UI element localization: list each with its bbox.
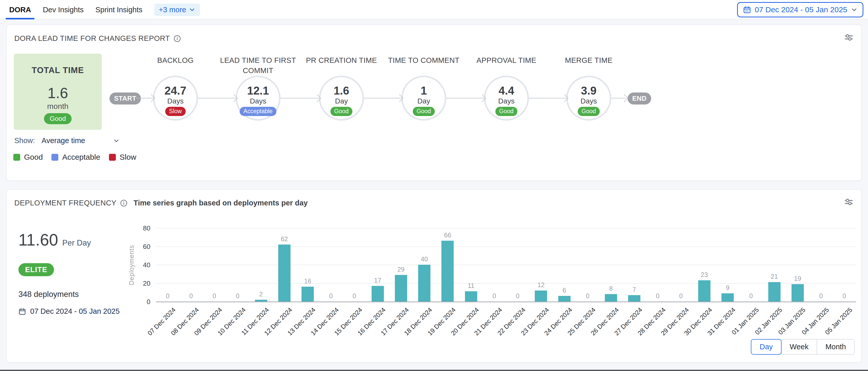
bar	[558, 296, 570, 302]
stage-circle-approval-time: 4.4DaysGood	[484, 76, 529, 121]
stage-status-badge: Good	[413, 107, 435, 116]
bar-value-label: 0	[646, 292, 670, 300]
panel-settings-button[interactable]	[844, 33, 854, 43]
y-tick-label: 20	[127, 279, 150, 288]
gridline	[156, 246, 856, 247]
stage-unit: Days	[486, 97, 527, 105]
chevron-down-icon	[851, 6, 858, 13]
bar	[535, 291, 547, 302]
total-time-card: TOTAL TIME 1.6 month Good	[14, 54, 102, 130]
bar-value-label: 23	[692, 271, 716, 278]
bar-value-label: 21	[763, 273, 786, 280]
calendar-icon	[743, 6, 751, 14]
chevron-down-icon	[113, 138, 119, 144]
granularity-day-button[interactable]: Day	[751, 339, 781, 355]
tab-sprint-insights[interactable]: Sprint Insights	[95, 0, 143, 20]
flow-arrow	[529, 98, 566, 98]
stage-status-badge: Good	[331, 107, 352, 116]
granularity-week-button[interactable]: Week	[781, 339, 817, 355]
more-tabs-label: +3 more	[159, 6, 186, 14]
bar-value-label: 66	[436, 232, 459, 239]
bar-value-label: 0	[179, 292, 203, 300]
bar-value-label: 0	[739, 292, 763, 300]
bar	[465, 291, 477, 302]
stage-status-badge: Slow	[165, 107, 186, 116]
legend-label: Acceptable	[62, 153, 100, 162]
y-tick-label: 0	[127, 298, 150, 306]
stage-title: LEAD TIME TO FIRST COMMIT	[215, 55, 302, 76]
stage-unit: Day	[403, 97, 445, 105]
stage-circle-backlog: 24.7DaysSlow	[153, 76, 198, 121]
legend-label: Good	[24, 153, 43, 162]
stage-title: PR CREATION TIME	[298, 55, 385, 65]
deployments-bar-chart: Deployments 806040200007 Dec 2024008 Dec…	[7, 190, 861, 362]
lead-time-title-text: DORA LEAD TIME FOR CHANGES REPORT	[14, 34, 170, 43]
bar-value-label: 0	[483, 292, 506, 300]
bar-value-label: 0	[342, 292, 366, 300]
bar-value-label: 0	[319, 292, 343, 300]
tab-list: DORADev InsightsSprint Insights	[9, 0, 143, 20]
bar-value-label: 16	[296, 277, 319, 285]
stage-title: MERGE TIME	[545, 55, 632, 65]
bar-value-label: 17	[366, 277, 390, 284]
sliders-icon	[844, 33, 854, 42]
show-label: Show:	[14, 136, 35, 145]
stage-title: BACKLOG	[132, 55, 219, 65]
bar	[721, 293, 734, 302]
bar-value-label: 29	[389, 266, 413, 273]
flow-arrow	[446, 98, 484, 98]
bar-value-label: 8	[599, 285, 623, 292]
bar-value-label: 0	[203, 292, 226, 300]
stage-status-badge: Acceptable	[240, 107, 276, 116]
bar-value-label: 2	[249, 291, 273, 298]
tab-dev-insights[interactable]: Dev Insights	[43, 0, 84, 20]
granularity-month-button[interactable]: Month	[816, 339, 855, 355]
bar-value-label: 0	[809, 292, 833, 300]
legend-item-acceptable: Acceptable	[52, 153, 100, 162]
bar-value-label: 0	[669, 292, 693, 300]
deployment-frequency-panel: DEPLOYMENT FREQUENCY Time series graph b…	[6, 189, 862, 363]
tab-dora[interactable]: DORA	[9, 0, 31, 20]
legend-item-slow: Slow	[109, 153, 136, 162]
bar	[418, 265, 430, 302]
info-icon[interactable]	[174, 35, 181, 42]
bar-value-label: 0	[506, 292, 529, 300]
show-selected-value: Average time	[42, 136, 85, 145]
stage-value: 4.4	[486, 84, 527, 97]
legend-swatch	[52, 154, 58, 161]
bar	[255, 300, 267, 302]
show-metric-dropdown[interactable]: Show: Average time	[14, 136, 119, 145]
bar	[792, 284, 804, 302]
stage-unit: Day	[320, 97, 362, 105]
bar	[302, 287, 314, 302]
more-tabs-button[interactable]: +3 more	[154, 4, 200, 16]
stage-value: 3.9	[568, 84, 610, 97]
lead-time-panel: DORA LEAD TIME FOR CHANGES REPORT TOTAL …	[6, 25, 862, 181]
chevron-down-icon	[189, 6, 195, 13]
stage-unit: Days	[568, 97, 610, 105]
total-time-value: 1.6	[14, 84, 102, 101]
date-range-label: 07 Dec 2024 - 05 Jan 2025	[755, 5, 847, 14]
flow-arrow	[611, 98, 626, 98]
bar-value-label: 7	[622, 286, 646, 293]
stage-status-badge: Good	[495, 107, 517, 116]
bar	[605, 294, 617, 302]
bar-value-label: 19	[786, 275, 809, 282]
bar-value-label: 0	[576, 292, 599, 300]
total-time-status-badge: Good	[44, 113, 72, 124]
legend-item-good: Good	[13, 153, 43, 162]
stage-title: TIME TO COMMENT	[380, 55, 467, 65]
legend-swatch	[13, 154, 20, 161]
y-tick-label: 60	[127, 243, 150, 251]
stage-unit: Days	[237, 97, 279, 105]
bar-value-label: 9	[716, 284, 739, 292]
stage-circle-time-to-comment: 1DayGood	[401, 76, 446, 121]
gridline	[156, 265, 856, 265]
top-bar: DORADev InsightsSprint Insights +3 more …	[0, 0, 868, 20]
bar	[768, 282, 780, 302]
tab-bar: DORADev InsightsSprint Insights +3 more	[9, 0, 200, 20]
bar-value-label: 0	[833, 292, 856, 300]
granularity-toggle: DayWeekMonth	[751, 339, 855, 355]
stage-value: 1.6	[320, 84, 362, 97]
date-range-picker[interactable]: 07 Dec 2024 - 05 Jan 2025	[737, 2, 863, 18]
